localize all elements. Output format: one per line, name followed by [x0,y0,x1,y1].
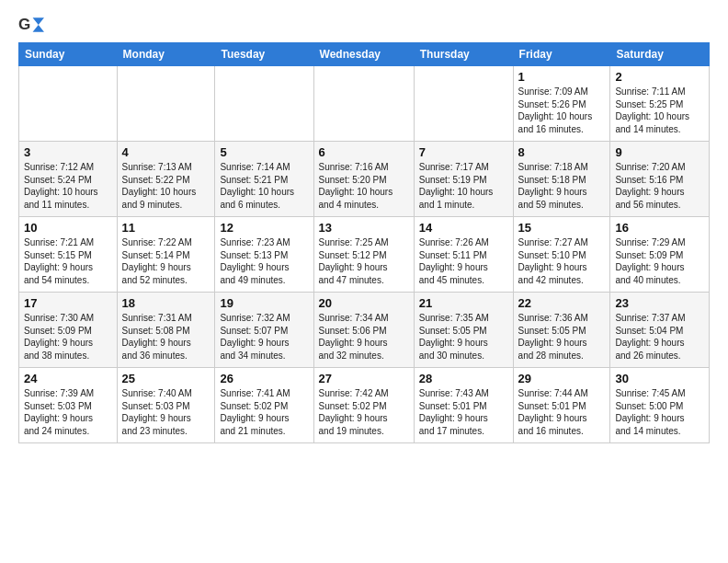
calendar-cell [313,66,414,142]
day-number: 27 [319,372,409,385]
day-info: Sunrise: 7:45 AM Sunset: 5:00 PM Dayligh… [615,387,704,437]
day-info: Sunrise: 7:20 AM Sunset: 5:16 PM Dayligh… [615,161,704,211]
day-number: 15 [518,221,606,235]
weekday-header-monday: Monday [117,43,215,66]
day-number: 16 [615,221,704,235]
calendar-header: SundayMondayTuesdayWednesdayThursdayFrid… [19,43,710,66]
day-info: Sunrise: 7:12 AM Sunset: 5:24 PM Dayligh… [24,161,112,211]
calendar-cell [117,66,215,142]
weekday-header-saturday: Saturday [610,43,710,66]
calendar-cell: 17Sunrise: 7:30 AM Sunset: 5:09 PM Dayli… [19,293,118,368]
day-number: 24 [24,372,112,385]
calendar-cell: 1Sunrise: 7:09 AM Sunset: 5:26 PM Daylig… [513,66,610,142]
day-number: 11 [122,221,210,235]
calendar-cell: 21Sunrise: 7:35 AM Sunset: 5:05 PM Dayli… [414,293,513,368]
calendar-cell: 9Sunrise: 7:20 AM Sunset: 5:16 PM Daylig… [610,142,710,217]
calendar-cell: 19Sunrise: 7:32 AM Sunset: 5:07 PM Dayli… [215,293,313,368]
day-number: 9 [615,145,704,159]
day-number: 5 [220,145,308,159]
day-number: 22 [518,296,606,310]
day-info: Sunrise: 7:43 AM Sunset: 5:01 PM Dayligh… [419,387,508,437]
calendar-week-4: 17Sunrise: 7:30 AM Sunset: 5:09 PM Dayli… [19,293,710,368]
day-info: Sunrise: 7:17 AM Sunset: 5:19 PM Dayligh… [419,161,508,211]
calendar-cell [414,66,513,142]
calendar-cell: 7Sunrise: 7:17 AM Sunset: 5:19 PM Daylig… [414,142,513,217]
logo-icon: G [18,15,44,35]
day-number: 28 [419,372,508,385]
day-info: Sunrise: 7:22 AM Sunset: 5:14 PM Dayligh… [122,236,210,286]
day-info: Sunrise: 7:11 AM Sunset: 5:25 PM Dayligh… [615,86,704,135]
day-info: Sunrise: 7:18 AM Sunset: 5:18 PM Dayligh… [518,161,606,211]
day-info: Sunrise: 7:32 AM Sunset: 5:07 PM Dayligh… [220,312,308,362]
day-info: Sunrise: 7:14 AM Sunset: 5:21 PM Dayligh… [220,161,308,211]
calendar-cell [215,66,313,142]
calendar-cell: 20Sunrise: 7:34 AM Sunset: 5:06 PM Dayli… [313,293,414,368]
day-number: 8 [518,145,606,159]
calendar-cell: 11Sunrise: 7:22 AM Sunset: 5:14 PM Dayli… [117,217,215,293]
day-info: Sunrise: 7:35 AM Sunset: 5:05 PM Dayligh… [419,312,508,362]
day-info: Sunrise: 7:36 AM Sunset: 5:05 PM Dayligh… [518,312,606,362]
weekday-row: SundayMondayTuesdayWednesdayThursdayFrid… [19,43,710,66]
svg-text:G: G [18,16,30,33]
calendar-cell: 15Sunrise: 7:27 AM Sunset: 5:10 PM Dayli… [513,217,610,293]
day-info: Sunrise: 7:13 AM Sunset: 5:22 PM Dayligh… [122,161,210,211]
calendar-cell: 23Sunrise: 7:37 AM Sunset: 5:04 PM Dayli… [610,293,710,368]
calendar-cell: 6Sunrise: 7:16 AM Sunset: 5:20 PM Daylig… [313,142,414,217]
calendar-cell: 8Sunrise: 7:18 AM Sunset: 5:18 PM Daylig… [513,142,610,217]
calendar-cell: 3Sunrise: 7:12 AM Sunset: 5:24 PM Daylig… [19,142,118,217]
day-number: 13 [319,221,409,235]
day-number: 1 [518,70,606,84]
day-info: Sunrise: 7:41 AM Sunset: 5:02 PM Dayligh… [220,387,308,437]
weekday-header-friday: Friday [513,43,610,66]
day-info: Sunrise: 7:30 AM Sunset: 5:09 PM Dayligh… [24,312,112,362]
calendar-cell: 14Sunrise: 7:26 AM Sunset: 5:11 PM Dayli… [414,217,513,293]
calendar-cell: 4Sunrise: 7:13 AM Sunset: 5:22 PM Daylig… [117,142,215,217]
calendar-week-5: 24Sunrise: 7:39 AM Sunset: 5:03 PM Dayli… [19,368,710,443]
day-number: 29 [518,372,606,385]
weekday-header-wednesday: Wednesday [313,43,414,66]
calendar-cell: 28Sunrise: 7:43 AM Sunset: 5:01 PM Dayli… [414,368,513,443]
day-number: 21 [419,296,508,310]
calendar-cell: 25Sunrise: 7:40 AM Sunset: 5:03 PM Dayli… [117,368,215,443]
day-number: 2 [615,70,704,84]
day-number: 23 [615,296,704,310]
day-info: Sunrise: 7:26 AM Sunset: 5:11 PM Dayligh… [419,236,508,286]
day-number: 18 [122,296,210,310]
day-info: Sunrise: 7:39 AM Sunset: 5:03 PM Dayligh… [24,387,112,437]
day-number: 20 [319,296,409,310]
day-number: 10 [24,221,112,235]
day-number: 25 [122,372,210,385]
weekday-header-tuesday: Tuesday [215,43,313,66]
calendar-week-1: 1Sunrise: 7:09 AM Sunset: 5:26 PM Daylig… [19,66,710,142]
day-number: 3 [24,145,112,159]
day-number: 7 [419,145,508,159]
day-info: Sunrise: 7:09 AM Sunset: 5:26 PM Dayligh… [518,86,606,135]
calendar-cell: 16Sunrise: 7:29 AM Sunset: 5:09 PM Dayli… [610,217,710,293]
calendar-cell: 13Sunrise: 7:25 AM Sunset: 5:12 PM Dayli… [313,217,414,293]
day-info: Sunrise: 7:44 AM Sunset: 5:01 PM Dayligh… [518,387,606,437]
day-number: 14 [419,221,508,235]
calendar-cell: 29Sunrise: 7:44 AM Sunset: 5:01 PM Dayli… [513,368,610,443]
day-info: Sunrise: 7:31 AM Sunset: 5:08 PM Dayligh… [122,312,210,362]
day-info: Sunrise: 7:25 AM Sunset: 5:12 PM Dayligh… [319,236,409,286]
day-number: 6 [319,145,409,159]
day-number: 12 [220,221,308,235]
calendar-cell: 12Sunrise: 7:23 AM Sunset: 5:13 PM Dayli… [215,217,313,293]
weekday-header-thursday: Thursday [414,43,513,66]
day-number: 30 [615,372,704,385]
svg-marker-1 [33,17,44,32]
day-number: 4 [122,145,210,159]
header: G [18,15,710,35]
page-container: G SundayMondayTuesdayWednesdayThursdayFr… [0,0,728,453]
calendar-cell: 27Sunrise: 7:42 AM Sunset: 5:02 PM Dayli… [313,368,414,443]
day-info: Sunrise: 7:21 AM Sunset: 5:15 PM Dayligh… [24,236,112,286]
day-number: 26 [220,372,308,385]
calendar-body: 1Sunrise: 7:09 AM Sunset: 5:26 PM Daylig… [19,66,710,443]
calendar-cell: 5Sunrise: 7:14 AM Sunset: 5:21 PM Daylig… [215,142,313,217]
day-info: Sunrise: 7:27 AM Sunset: 5:10 PM Dayligh… [518,236,606,286]
day-number: 19 [220,296,308,310]
day-info: Sunrise: 7:40 AM Sunset: 5:03 PM Dayligh… [122,387,210,437]
logo: G [18,15,48,35]
calendar-cell: 2Sunrise: 7:11 AM Sunset: 5:25 PM Daylig… [610,66,710,142]
calendar-cell: 26Sunrise: 7:41 AM Sunset: 5:02 PM Dayli… [215,368,313,443]
